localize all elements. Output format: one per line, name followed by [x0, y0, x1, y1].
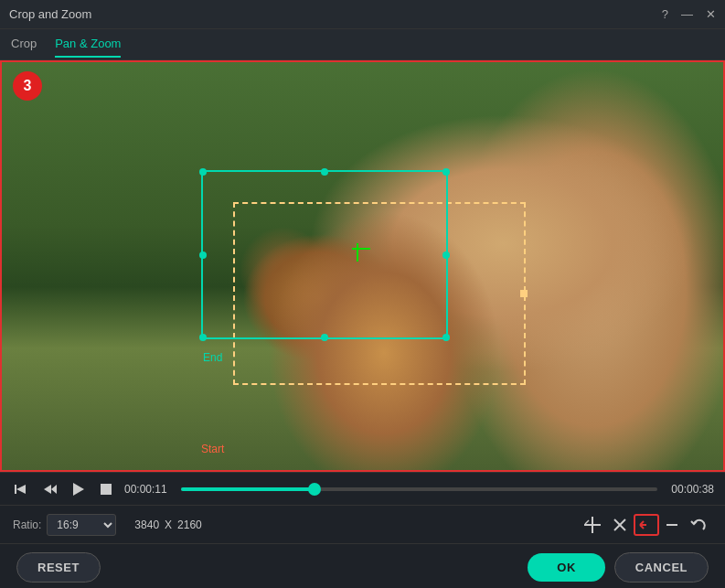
- svg-marker-4: [73, 483, 84, 496]
- height-value: 2160: [177, 519, 202, 531]
- svg-rect-0: [15, 485, 16, 494]
- video-preview: 3 Start End: [0, 60, 725, 472]
- end-time: 00:00:38: [666, 483, 714, 496]
- close-button[interactable]: ✕: [706, 8, 716, 20]
- width-value: 3840: [134, 519, 159, 531]
- reset-button[interactable]: RESET: [16, 552, 101, 583]
- end-label: End: [203, 351, 222, 364]
- progress-fill: [181, 487, 315, 491]
- progress-thumb[interactable]: [308, 483, 321, 496]
- tab-crop[interactable]: Crop: [11, 31, 37, 58]
- ratio-select[interactable]: 16:9 4:3 1:1 Custom: [47, 514, 116, 536]
- start-label: Start: [201, 443, 224, 455]
- split-button[interactable]: [579, 513, 606, 537]
- x-label: X: [165, 519, 172, 531]
- dimension-display: 3840 X 2160: [134, 519, 201, 531]
- undo-button[interactable]: [685, 513, 712, 537]
- tab-bar: Crop Pan & Zoom: [0, 29, 725, 60]
- window-controls: ? — ✕: [662, 8, 716, 20]
- help-button[interactable]: ?: [662, 8, 668, 20]
- action-bar: RESET OK CANCEL: [0, 543, 725, 588]
- controls-bar: Ratio: 16:9 4:3 1:1 Custom 3840 X 2160: [0, 505, 725, 543]
- tab-pan-zoom[interactable]: Pan & Zoom: [55, 31, 121, 58]
- fit-frame-button[interactable]: [634, 514, 659, 536]
- transport-bar: 00:00:11 00:00:38: [0, 472, 725, 505]
- svg-marker-1: [16, 485, 26, 494]
- step-back-button[interactable]: [11, 481, 31, 497]
- video-scene: [0, 60, 725, 472]
- title-bar: Crop and Zoom ? — ✕: [0, 0, 725, 29]
- aspect-ratio-button[interactable]: [606, 513, 634, 537]
- ok-button[interactable]: OK: [528, 553, 605, 582]
- minimize-button[interactable]: —: [681, 8, 693, 20]
- svg-marker-2: [44, 485, 51, 494]
- stop-button[interactable]: [97, 482, 115, 497]
- play-button[interactable]: [69, 481, 88, 497]
- progress-bar[interactable]: [181, 487, 657, 491]
- dash-button[interactable]: [659, 514, 685, 536]
- window-title: Crop and Zoom: [9, 7, 91, 21]
- svg-rect-14: [666, 524, 677, 526]
- current-time: 00:00:11: [124, 483, 172, 496]
- keyframe-badge: 3: [13, 71, 42, 101]
- svg-line-8: [585, 520, 589, 524]
- cancel-button[interactable]: CANCEL: [614, 552, 709, 583]
- svg-marker-3: [51, 485, 57, 494]
- svg-rect-5: [101, 484, 112, 495]
- ratio-label: Ratio:: [13, 519, 41, 531]
- frame-back-button[interactable]: [40, 481, 60, 497]
